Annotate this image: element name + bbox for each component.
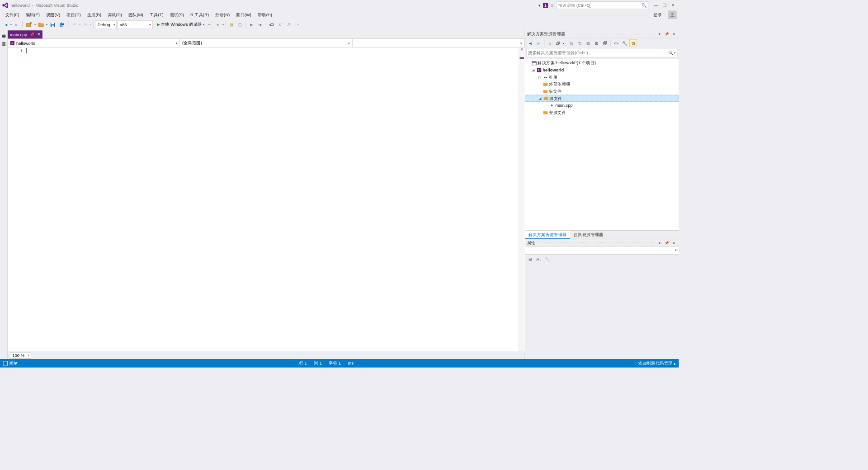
zoom-dropdown[interactable]: 100 % xyxy=(10,352,31,358)
tree-references[interactable]: ▷ ▪▪ 引用 xyxy=(525,74,679,81)
function-dropdown[interactable] xyxy=(352,39,524,47)
menu-rtools[interactable]: R 工具(R) xyxy=(187,11,212,19)
pin-panel-icon[interactable]: 📌 xyxy=(664,240,670,246)
expander-icon[interactable]: ◢ xyxy=(538,96,542,100)
config-dropdown[interactable]: Debug xyxy=(95,20,117,29)
se-code-icon[interactable]: <> xyxy=(612,39,620,47)
status-scm[interactable]: ↑ 添加到源代码管理 ▴ xyxy=(635,360,676,366)
tab-toolbox[interactable]: 工具箱 xyxy=(0,38,7,42)
props-object-dropdown[interactable] xyxy=(525,247,679,255)
feedback-icon[interactable]: ☺ xyxy=(550,3,555,8)
quicklaunch-input[interactable] xyxy=(558,3,642,8)
solution-tree[interactable]: 解决方案"helloworld"(1 个项目) ◢ ++ helloworld … xyxy=(525,59,679,230)
se-fwd-icon[interactable]: ► xyxy=(535,39,542,47)
solution-explorer-header[interactable]: 解决方案资源管理器 ▾ 📌 ✕ xyxy=(525,30,679,38)
member-dropdown[interactable]: (全局范围) xyxy=(180,39,352,47)
close-panel-icon[interactable]: ✕ xyxy=(671,240,677,246)
se-back-icon[interactable]: ◄ xyxy=(526,39,534,47)
tree-resources[interactable]: 资源文件 xyxy=(525,109,679,116)
tree-project[interactable]: ◢ ++ helloworld xyxy=(525,66,679,74)
menu-window[interactable]: 窗口(W) xyxy=(233,11,255,19)
redo-button[interactable]: ↷ xyxy=(81,20,89,29)
menu-debug[interactable]: 调试(D) xyxy=(104,11,125,19)
indent-right-button[interactable]: ⇥ xyxy=(256,20,264,29)
tree-external[interactable]: 外部依赖项 xyxy=(525,81,679,88)
process-button[interactable]: ⎆ xyxy=(214,20,222,29)
bookmark-icon[interactable]: 🏷 xyxy=(268,20,276,29)
se-scope-icon[interactable]: ◎ xyxy=(567,39,575,47)
new-project-button[interactable] xyxy=(24,20,33,29)
props-wrench-icon[interactable]: 🔧 xyxy=(543,256,551,263)
menu-view[interactable]: 视图(V) xyxy=(43,11,63,19)
tb-icon-1[interactable]: ⊞ xyxy=(227,20,235,29)
scope-dropdown[interactable]: ++ helloworld xyxy=(8,39,180,47)
expander-icon[interactable]: ▷ xyxy=(538,76,542,79)
menu-file[interactable]: 文件(F) xyxy=(2,11,23,19)
search-icon[interactable]: 🔍 xyxy=(642,3,647,8)
menu-analyze[interactable]: 分析(N) xyxy=(212,11,233,19)
tb-more-button[interactable]: ⋯ xyxy=(293,20,301,29)
comment-button[interactable]: // xyxy=(276,20,284,29)
menu-project[interactable]: 项目(P) xyxy=(63,11,84,19)
se-search-input[interactable] xyxy=(528,50,668,55)
notification-badge[interactable]: 1 xyxy=(543,3,548,8)
indent-left-button[interactable]: ⇤ xyxy=(248,20,255,29)
expander-icon[interactable]: ◢ xyxy=(531,68,535,72)
platform-dropdown[interactable]: x86 xyxy=(118,20,153,29)
minimize-icon[interactable]: — xyxy=(653,2,660,9)
tb-icon-2[interactable]: ⊡ xyxy=(236,20,244,29)
tree-main-cpp[interactable]: ✦ main.cpp xyxy=(525,102,679,109)
avatar-icon[interactable] xyxy=(668,10,677,19)
maximize-icon[interactable]: ❐ xyxy=(661,2,668,9)
se-sync-icon[interactable]: 🗗 xyxy=(554,39,562,47)
se-showall-icon[interactable]: 🗎 xyxy=(593,39,600,47)
tab-server-explorer[interactable]: 服务器资源管理器 xyxy=(0,32,7,36)
panel-menu-icon[interactable]: ▾ xyxy=(657,240,663,246)
pin-panel-icon[interactable]: 📌 xyxy=(664,31,670,37)
categorize-icon[interactable]: ⊞ xyxy=(526,256,534,263)
save-button[interactable] xyxy=(48,20,57,29)
undo-button[interactable]: ↶ xyxy=(71,20,78,29)
close-window-icon[interactable]: ✕ xyxy=(670,2,677,9)
nav-fwd-button[interactable]: ► xyxy=(13,20,20,29)
se-copy-icon[interactable]: 🗐 xyxy=(601,39,609,47)
vertical-scrollbar[interactable]: ≡ xyxy=(519,47,524,351)
login-button[interactable]: 登录 xyxy=(649,11,666,19)
pin-icon[interactable]: 📌 xyxy=(30,33,34,37)
tree-sources[interactable]: ◢ 源文件 xyxy=(525,95,679,102)
tab-solution-explorer[interactable]: 解决方案资源管理器 xyxy=(525,231,570,239)
se-preview-icon[interactable]: ⊡ xyxy=(629,39,637,47)
menu-tools[interactable]: 工具(T) xyxy=(146,11,167,19)
menu-edit[interactable]: 编辑(E) xyxy=(23,11,43,19)
filter-icon[interactable]: ▾ xyxy=(538,3,541,8)
sort-icon[interactable]: A↓ xyxy=(535,256,542,263)
tab-team-explorer[interactable]: 团队资源管理器 xyxy=(570,231,607,239)
se-search-box[interactable]: 🔍 ▾ xyxy=(526,48,677,57)
tree-solution[interactable]: 解决方案"helloworld"(1 个项目) xyxy=(525,59,679,66)
code-area[interactable]: 1 ≡ xyxy=(8,47,524,351)
save-all-button[interactable] xyxy=(57,20,66,29)
se-refresh-icon[interactable]: ↻ xyxy=(576,39,584,47)
nav-back-button[interactable]: ◄ xyxy=(2,20,10,29)
properties-header[interactable]: 属性 ▾ 📌 ✕ xyxy=(525,239,679,247)
panel-menu-icon[interactable]: ▾ xyxy=(657,31,663,37)
menu-help[interactable]: 帮助(H) xyxy=(255,11,275,19)
se-props-icon[interactable]: 🔧 xyxy=(621,39,628,47)
menu-team[interactable]: 团队(M) xyxy=(125,11,146,19)
open-file-button[interactable] xyxy=(37,20,46,29)
run-debugger-button[interactable]: ▶ 本地 Windows 调试器 ▾ xyxy=(154,20,208,29)
split-handle-icon[interactable]: ≡ xyxy=(519,47,525,51)
quicklaunch-box[interactable]: 🔍 xyxy=(557,1,648,9)
code-body[interactable] xyxy=(25,47,519,351)
tree-headers[interactable]: 头文件 xyxy=(525,88,679,95)
doctab-main-cpp[interactable]: main.cpp 📌 ✕ xyxy=(8,30,42,38)
uncomment-button[interactable]: // xyxy=(285,20,292,29)
headers-label: 头文件 xyxy=(549,88,561,94)
menu-test[interactable]: 测试(S) xyxy=(167,11,187,19)
close-panel-icon[interactable]: ✕ xyxy=(671,31,677,37)
se-home-icon[interactable]: ⌂ xyxy=(546,39,553,47)
search-icon[interactable]: 🔍 xyxy=(668,50,674,55)
menu-build[interactable]: 生成(B) xyxy=(84,11,104,19)
se-collapse-icon[interactable]: ⊟ xyxy=(585,39,592,47)
close-tab-icon[interactable]: ✕ xyxy=(37,32,40,37)
